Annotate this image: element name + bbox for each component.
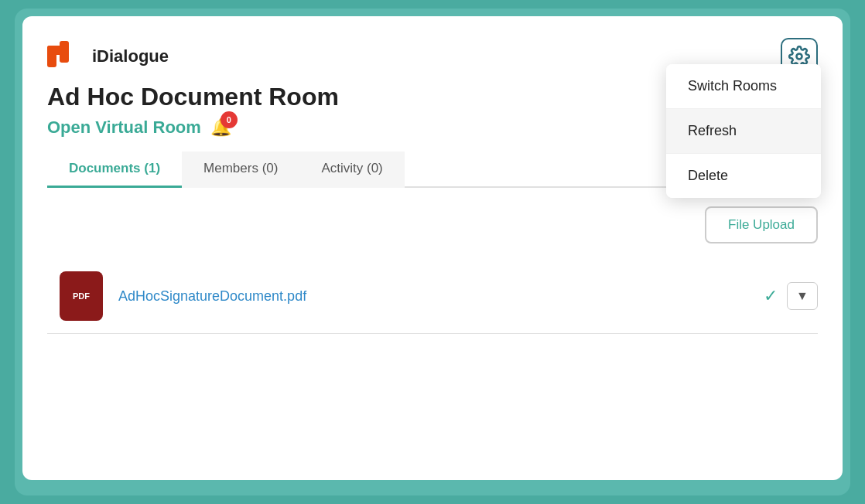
- svg-point-3: [797, 54, 802, 60]
- menu-item-delete[interactable]: Delete: [666, 154, 821, 198]
- pdf-label: PDF: [73, 291, 90, 301]
- tab-content: File Upload PDF AdHocSignatureDocument.p…: [47, 188, 818, 334]
- tab-documents[interactable]: Documents (1): [47, 152, 182, 188]
- notification-badge: 0: [221, 111, 238, 128]
- tab-activity[interactable]: Activity (0): [299, 152, 404, 188]
- chevron-down-icon: ▼: [796, 289, 809, 303]
- verified-check-icon: ✓: [764, 286, 778, 306]
- tab-members[interactable]: Members (0): [182, 152, 299, 188]
- logo-icon: [47, 41, 84, 72]
- menu-item-refresh[interactable]: Refresh: [666, 109, 821, 154]
- document-name[interactable]: AdHocSignatureDocument.pdf: [118, 288, 748, 305]
- logo-area: iDialogue: [47, 41, 169, 72]
- doc-dropdown-button[interactable]: ▼: [787, 282, 818, 310]
- doc-actions: ✓ ▼: [764, 282, 818, 310]
- svg-rect-2: [47, 46, 69, 55]
- context-menu: Switch Rooms Refresh Delete: [666, 64, 821, 198]
- pdf-icon: PDF: [60, 271, 103, 321]
- virtual-room-link[interactable]: Open Virtual Room: [47, 117, 201, 138]
- file-upload-row: File Upload: [47, 206, 818, 243]
- main-card: iDialogue Ad Hoc Document Room Open Virt…: [22, 16, 843, 480]
- table-row: PDF AdHocSignatureDocument.pdf ✓ ▼: [47, 262, 818, 334]
- app-title: iDialogue: [92, 46, 169, 66]
- bell-wrapper: 🔔 0: [210, 117, 231, 138]
- outer-wrapper: iDialogue Ad Hoc Document Room Open Virt…: [15, 9, 850, 495]
- file-upload-button[interactable]: File Upload: [705, 206, 818, 243]
- menu-item-switch-rooms[interactable]: Switch Rooms: [666, 64, 821, 109]
